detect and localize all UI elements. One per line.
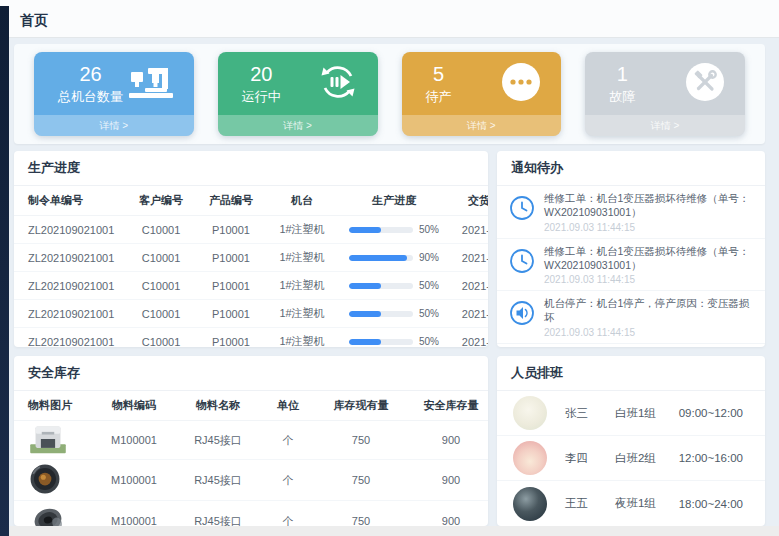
production-progress-panel: 生产进度 制令单编号 客户编号 产品编号 机台 生产进度 交货日期 ZL2021 [14, 151, 488, 347]
safety-stock-title: 安全库存 [14, 356, 488, 391]
running-label: 运行中 [242, 88, 281, 106]
notices-title: 通知待办 [497, 151, 765, 186]
machine-icon [128, 65, 174, 103]
production-table: 制令单编号 客户编号 产品编号 机台 生产进度 交货日期 ZL202109021… [14, 186, 488, 347]
waiting-detail-link[interactable]: 详情 > [402, 115, 562, 136]
running-detail-link[interactable]: 详情 > [218, 115, 378, 136]
notice-item[interactable]: 计划暂停：机台1生产计划已暂停2021.09.03 11:44:15 [497, 344, 765, 347]
notice-time: 2021.09.03 11:44:15 [544, 274, 753, 285]
col-material-code: 物料编码 [92, 391, 176, 421]
person-name: 李四 [565, 451, 615, 466]
total-machines-label: 总机台数量 [58, 88, 123, 106]
progress-bar: 90% [341, 252, 447, 263]
table-row: ZL202109021001 C10001 P10001 1#注塑机 50% 2… [14, 300, 488, 328]
dashboard-content: 26 总机台数量 详情 > 20 运行中 详情 > [9, 38, 779, 526]
list-item: 王五 夜班1组 18:00~24:00 [497, 481, 765, 526]
inventory-table: 物料图片 物料编码 物料名称 单位 库存现有量 安全库存量 M100001 RJ… [14, 391, 488, 526]
stat-cards-panel: 26 总机台数量 详情 > 20 运行中 详情 > [14, 44, 765, 144]
notice-text: 维修工单：机台1变压器损坏待维修（单号：WX202109031001） [544, 192, 753, 220]
col-order-no: 制令单编号 [14, 186, 126, 216]
progress-bar: 50% [341, 224, 447, 235]
col-unit: 单位 [260, 391, 316, 421]
person-name: 张三 [565, 406, 615, 421]
progress-bar: 50% [341, 336, 447, 347]
notice-text: 维修工单：机台1变压器损坏待维修（单号：WX202109031001） [544, 245, 753, 273]
notice-time: 2021.09.03 11:44:15 [544, 327, 753, 338]
col-material-name: 物料名称 [176, 391, 260, 421]
progress-bar: 50% [341, 308, 447, 319]
safety-stock-panel: 安全库存 物料图片 物料编码 物料名称 单位 库存现有量 安全库存量 [14, 356, 488, 526]
shift-time: 09:00~12:00 [679, 407, 749, 419]
rj45-connector-image [28, 423, 68, 457]
stat-card-waiting[interactable]: 5 待产 详情 > [402, 52, 562, 136]
stat-card-running[interactable]: 20 运行中 详情 > [218, 52, 378, 136]
speaker-icon [509, 300, 535, 326]
schedule-panel: 人员排班 张三 白班1组 09:00~12:00 李四 白班2组 12:00~1… [497, 356, 765, 526]
fault-label: 故障 [609, 88, 635, 106]
bottom-edge-strip [9, 526, 779, 536]
schedule-title: 人员排班 [497, 356, 765, 391]
tab-home[interactable]: 首页 [20, 12, 48, 30]
notice-item[interactable]: 机台停产：机台1停产，停产原因：变压器损坏2021.09.03 11:44:15 [497, 291, 765, 344]
col-product-no: 产品编号 [196, 186, 266, 216]
col-progress: 生产进度 [338, 186, 450, 216]
table-row: M100001 RJ45接口 个 750 900 [14, 501, 488, 527]
list-item: 张三 白班1组 09:00~12:00 [497, 391, 765, 436]
production-header-row: 制令单编号 客户编号 产品编号 机台 生产进度 交货日期 [14, 186, 488, 216]
fault-value: 1 [609, 62, 635, 86]
avatar [513, 441, 547, 475]
table-row: ZL202109021001 C10001 P10001 1#注塑机 50% 2… [14, 216, 488, 244]
avatar [513, 396, 547, 430]
running-value: 20 [242, 62, 281, 86]
table-row: ZL202109021001 C10001 P10001 1#注塑机 90% 2… [14, 244, 488, 272]
inventory-header-row: 物料图片 物料编码 物料名称 单位 库存现有量 安全库存量 [14, 391, 488, 421]
total-machines-detail-link[interactable]: 详情 > [34, 115, 194, 136]
col-due-date: 交货日期 [450, 186, 488, 216]
waiting-value: 5 [426, 62, 452, 86]
shift-group: 夜班1组 [615, 496, 679, 511]
table-row: ZL202109021001 C10001 P10001 1#注塑机 50% 2… [14, 328, 488, 348]
ellipsis-icon [501, 62, 541, 106]
list-item: 李四 白班2组 12:00~16:00 [497, 436, 765, 481]
notice-text: 机台停产：机台1停产，停产原因：变压器损坏 [544, 297, 753, 325]
shift-time: 12:00~16:00 [679, 452, 749, 464]
waiting-label: 待产 [426, 88, 452, 106]
sidebar-edge-strip [0, 6, 9, 536]
tools-icon [685, 62, 725, 106]
shift-group: 白班2组 [615, 451, 679, 466]
round-speaker-image [28, 462, 62, 498]
top-header-bar: 首页 [0, 0, 779, 38]
table-row: M100001 RJ45接口 个 750 900 [14, 421, 488, 460]
clock-icon [509, 248, 535, 274]
col-material-image: 物料图片 [14, 391, 92, 421]
shift-group: 白班1组 [615, 406, 679, 421]
col-current-stock: 库存现有量 [316, 391, 406, 421]
stat-card-fault[interactable]: 1 故障 详情 > [585, 52, 745, 136]
notice-time: 2021.09.03 11:44:15 [544, 222, 753, 233]
col-machine: 机台 [266, 186, 338, 216]
notices-panel: 通知待办 维修工单：机台1变压器损坏待维修（单号：WX202109031001）… [497, 151, 765, 347]
stat-card-total-machines[interactable]: 26 总机台数量 详情 > [34, 52, 194, 136]
progress-bar: 50% [341, 280, 447, 291]
person-name: 王五 [565, 496, 615, 511]
speaker-cone-image [28, 503, 68, 526]
total-machines-value: 26 [58, 62, 123, 86]
avatar [513, 487, 547, 521]
fault-detail-link[interactable]: 详情 > [585, 115, 745, 136]
notice-item[interactable]: 维修工单：机台1变压器损坏待维修（单号：WX202109031001）2021.… [497, 239, 765, 292]
notice-item[interactable]: 维修工单：机台1变压器损坏待维修（单号：WX202109031001）2021.… [497, 186, 765, 239]
table-row: ZL202109021001 C10001 P10001 1#注塑机 50% 2… [14, 272, 488, 300]
table-row: M100001 RJ45接口 个 750 900 [14, 460, 488, 501]
production-progress-title: 生产进度 [14, 151, 488, 186]
clock-icon [509, 195, 535, 221]
running-icon [318, 62, 358, 106]
col-customer-no: 客户编号 [126, 186, 196, 216]
col-safety-stock: 安全库存量 [406, 391, 488, 421]
shift-time: 18:00~24:00 [679, 498, 749, 510]
